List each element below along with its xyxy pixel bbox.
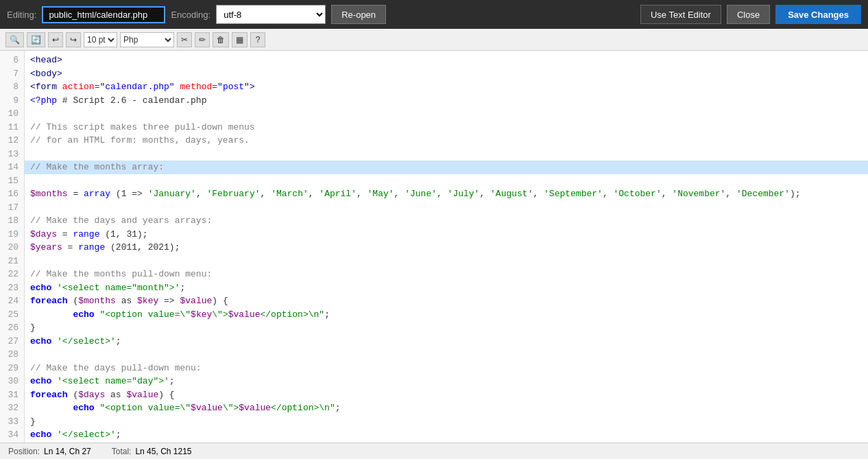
filename-input[interactable]	[42, 6, 165, 23]
save-changes-button[interactable]: Save Changes	[775, 5, 861, 24]
reopen-button[interactable]: Re-open	[331, 5, 386, 24]
header-bar: Editing: Encoding: utf-8 Re-open Use Tex…	[0, 0, 868, 29]
toolbar-grid-btn[interactable]: ▦	[232, 32, 248, 47]
toolbar-undo-btn[interactable]: ↩	[48, 32, 63, 47]
position-label: Position:	[8, 447, 40, 456]
code-area[interactable]: <head> <body> <form action="calendar.php…	[25, 51, 868, 443]
toolbar-redo-btn[interactable]: ↪	[66, 32, 81, 47]
font-size-select[interactable]: 10 pt 12 pt 14 pt	[84, 32, 117, 47]
statusbar: Position: Ln 14, Ch 27 Total: Ln 45, Ch …	[0, 443, 868, 459]
encoding-select[interactable]: utf-8	[216, 5, 326, 24]
line-numbers: 6 7 8 9 10 11 12 13 14 15 16 17 18 19 20…	[0, 51, 25, 443]
position-value: Ln 14, Ch 27	[44, 447, 91, 456]
close-button[interactable]: Close	[727, 5, 770, 24]
use-text-editor-button[interactable]: Use Text Editor	[640, 5, 721, 24]
encoding-label: Encoding:	[171, 10, 210, 20]
language-select[interactable]: Php HTML JavaScript	[120, 32, 174, 47]
editing-label: Editing:	[7, 10, 36, 20]
toolbar-search-btn[interactable]: 🔍	[5, 32, 24, 47]
total-value: Ln 45, Ch 1215	[135, 447, 191, 456]
editor-container: 6 7 8 9 10 11 12 13 14 15 16 17 18 19 20…	[0, 51, 868, 443]
toolbar: 🔍 🔄 ↩ ↪ 10 pt 12 pt 14 pt Php HTML JavaS…	[0, 29, 868, 51]
toolbar-highlight-btn[interactable]: ✏	[195, 32, 210, 47]
position-status: Position: Ln 14, Ch 27	[8, 447, 91, 456]
total-status: Total: Ln 45, Ch 1215	[112, 447, 192, 456]
total-label: Total:	[112, 447, 132, 456]
toolbar-cut-btn[interactable]: ✂	[177, 32, 192, 47]
toolbar-clear-btn[interactable]: 🗑	[213, 32, 229, 47]
toolbar-help-btn[interactable]: ?	[250, 32, 265, 47]
toolbar-refresh-btn[interactable]: 🔄	[27, 32, 45, 47]
